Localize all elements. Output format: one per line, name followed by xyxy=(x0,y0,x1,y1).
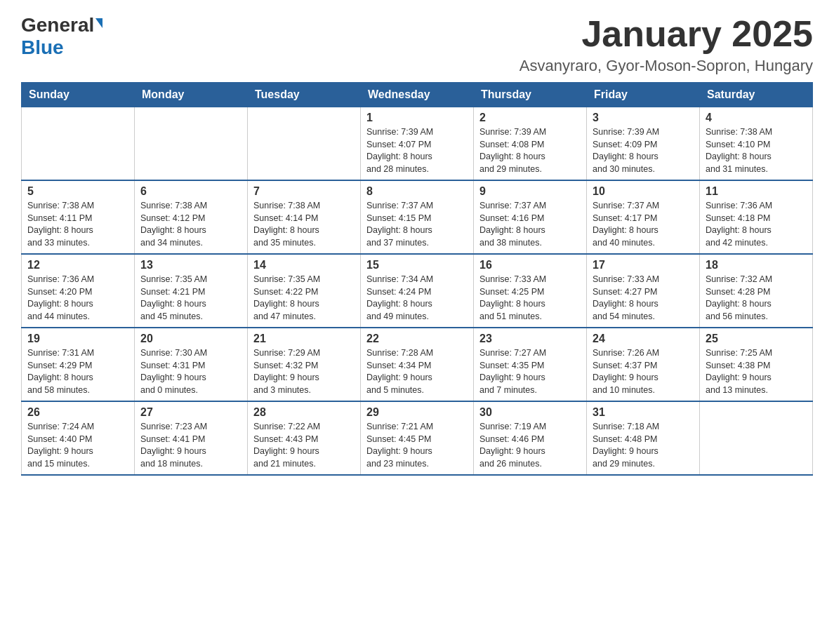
calendar-day-cell: 6Sunrise: 7:38 AMSunset: 4:12 PMDaylight… xyxy=(135,180,248,254)
day-number: 16 xyxy=(479,259,581,271)
day-info: Sunrise: 7:35 AMSunset: 4:22 PMDaylight:… xyxy=(253,274,355,323)
day-info: Sunrise: 7:33 AMSunset: 4:27 PMDaylight:… xyxy=(593,274,694,323)
day-info: Sunrise: 7:24 AMSunset: 4:40 PMDaylight:… xyxy=(27,421,128,470)
calendar-week-row: 1Sunrise: 7:39 AMSunset: 4:07 PMDaylight… xyxy=(22,107,813,181)
day-number: 24 xyxy=(593,333,694,345)
calendar-day-cell: 19Sunrise: 7:31 AMSunset: 4:29 PMDayligh… xyxy=(22,328,135,401)
location-subtitle: Asvanyraro, Gyor-Moson-Sopron, Hungary xyxy=(519,57,813,75)
day-info: Sunrise: 7:34 AMSunset: 4:24 PMDaylight:… xyxy=(366,274,468,323)
calendar-day-cell: 29Sunrise: 7:21 AMSunset: 4:45 PMDayligh… xyxy=(361,401,474,475)
day-number: 9 xyxy=(479,185,581,198)
calendar-day-cell xyxy=(700,401,813,475)
day-of-week-header: Wednesday xyxy=(361,83,474,107)
day-info: Sunrise: 7:35 AMSunset: 4:21 PMDaylight:… xyxy=(140,274,241,323)
calendar-day-cell: 17Sunrise: 7:33 AMSunset: 4:27 PMDayligh… xyxy=(587,254,700,328)
calendar-day-cell: 14Sunrise: 7:35 AMSunset: 4:22 PMDayligh… xyxy=(248,254,361,328)
day-info: Sunrise: 7:25 AMSunset: 4:38 PMDaylight:… xyxy=(706,347,807,396)
day-info: Sunrise: 7:19 AMSunset: 4:46 PMDaylight:… xyxy=(479,421,581,470)
day-number: 30 xyxy=(479,406,581,419)
day-info: Sunrise: 7:38 AMSunset: 4:11 PMDaylight:… xyxy=(27,200,128,249)
calendar-day-cell: 27Sunrise: 7:23 AMSunset: 4:41 PMDayligh… xyxy=(135,401,248,475)
day-number: 29 xyxy=(366,406,468,419)
day-number: 1 xyxy=(366,112,468,124)
calendar-day-cell xyxy=(135,107,248,181)
day-number: 6 xyxy=(140,185,241,198)
calendar-week-row: 26Sunrise: 7:24 AMSunset: 4:40 PMDayligh… xyxy=(22,401,813,475)
day-info: Sunrise: 7:37 AMSunset: 4:15 PMDaylight:… xyxy=(366,200,468,249)
day-info: Sunrise: 7:39 AMSunset: 4:08 PMDaylight:… xyxy=(479,126,581,175)
calendar-day-cell: 1Sunrise: 7:39 AMSunset: 4:07 PMDaylight… xyxy=(361,107,474,181)
day-number: 13 xyxy=(140,259,241,271)
day-number: 19 xyxy=(27,333,128,345)
day-info: Sunrise: 7:39 AMSunset: 4:07 PMDaylight:… xyxy=(366,126,468,175)
calendar-day-cell: 7Sunrise: 7:38 AMSunset: 4:14 PMDaylight… xyxy=(248,180,361,254)
day-number: 11 xyxy=(706,185,807,198)
day-of-week-header: Friday xyxy=(587,83,700,107)
day-number: 21 xyxy=(253,333,355,345)
calendar-week-row: 5Sunrise: 7:38 AMSunset: 4:11 PMDaylight… xyxy=(22,180,813,254)
calendar-week-row: 19Sunrise: 7:31 AMSunset: 4:29 PMDayligh… xyxy=(22,328,813,401)
day-info: Sunrise: 7:36 AMSunset: 4:18 PMDaylight:… xyxy=(706,200,807,249)
day-number: 31 xyxy=(593,406,694,419)
day-info: Sunrise: 7:23 AMSunset: 4:41 PMDaylight:… xyxy=(140,421,241,470)
calendar-day-cell: 18Sunrise: 7:32 AMSunset: 4:28 PMDayligh… xyxy=(700,254,813,328)
calendar-day-cell: 21Sunrise: 7:29 AMSunset: 4:32 PMDayligh… xyxy=(248,328,361,401)
day-number: 12 xyxy=(27,259,128,271)
calendar-day-cell: 20Sunrise: 7:30 AMSunset: 4:31 PMDayligh… xyxy=(135,328,248,401)
title-block: January 2025 Asvanyraro, Gyor-Moson-Sopr… xyxy=(519,14,813,75)
calendar-day-cell: 3Sunrise: 7:39 AMSunset: 4:09 PMDaylight… xyxy=(587,107,700,181)
day-info: Sunrise: 7:26 AMSunset: 4:37 PMDaylight:… xyxy=(593,347,694,396)
day-info: Sunrise: 7:37 AMSunset: 4:17 PMDaylight:… xyxy=(593,200,694,249)
calendar-day-cell: 28Sunrise: 7:22 AMSunset: 4:43 PMDayligh… xyxy=(248,401,361,475)
calendar-day-cell: 23Sunrise: 7:27 AMSunset: 4:35 PMDayligh… xyxy=(474,328,587,401)
day-number: 17 xyxy=(593,259,694,271)
calendar-header-row: SundayMondayTuesdayWednesdayThursdayFrid… xyxy=(22,83,813,107)
day-info: Sunrise: 7:36 AMSunset: 4:20 PMDaylight:… xyxy=(27,274,128,323)
day-info: Sunrise: 7:18 AMSunset: 4:48 PMDaylight:… xyxy=(593,421,694,470)
day-of-week-header: Monday xyxy=(135,83,248,107)
day-info: Sunrise: 7:31 AMSunset: 4:29 PMDaylight:… xyxy=(27,347,128,396)
day-number: 28 xyxy=(253,406,355,419)
day-number: 3 xyxy=(593,112,694,124)
day-number: 2 xyxy=(479,112,581,124)
day-number: 27 xyxy=(140,406,241,419)
day-of-week-header: Tuesday xyxy=(248,83,361,107)
calendar-day-cell: 25Sunrise: 7:25 AMSunset: 4:38 PMDayligh… xyxy=(700,328,813,401)
calendar-day-cell: 12Sunrise: 7:36 AMSunset: 4:20 PMDayligh… xyxy=(22,254,135,328)
calendar-week-row: 12Sunrise: 7:36 AMSunset: 4:20 PMDayligh… xyxy=(22,254,813,328)
calendar-day-cell: 15Sunrise: 7:34 AMSunset: 4:24 PMDayligh… xyxy=(361,254,474,328)
day-number: 23 xyxy=(479,333,581,345)
day-info: Sunrise: 7:27 AMSunset: 4:35 PMDaylight:… xyxy=(479,347,581,396)
day-number: 5 xyxy=(27,185,128,198)
day-info: Sunrise: 7:29 AMSunset: 4:32 PMDaylight:… xyxy=(253,347,355,396)
calendar-day-cell: 2Sunrise: 7:39 AMSunset: 4:08 PMDaylight… xyxy=(474,107,587,181)
calendar-day-cell: 13Sunrise: 7:35 AMSunset: 4:21 PMDayligh… xyxy=(135,254,248,328)
logo-triangle-icon xyxy=(95,18,102,28)
calendar-day-cell: 10Sunrise: 7:37 AMSunset: 4:17 PMDayligh… xyxy=(587,180,700,254)
calendar-table: SundayMondayTuesdayWednesdayThursdayFrid… xyxy=(21,82,813,476)
day-number: 8 xyxy=(366,185,468,198)
day-info: Sunrise: 7:30 AMSunset: 4:31 PMDaylight:… xyxy=(140,347,241,396)
day-number: 7 xyxy=(253,185,355,198)
day-info: Sunrise: 7:38 AMSunset: 4:12 PMDaylight:… xyxy=(140,200,241,249)
day-number: 26 xyxy=(27,406,128,419)
day-info: Sunrise: 7:38 AMSunset: 4:14 PMDaylight:… xyxy=(253,200,355,249)
day-number: 18 xyxy=(706,259,807,271)
calendar-day-cell: 9Sunrise: 7:37 AMSunset: 4:16 PMDaylight… xyxy=(474,180,587,254)
calendar-day-cell xyxy=(22,107,135,181)
logo-general-text: General xyxy=(21,14,94,36)
day-info: Sunrise: 7:39 AMSunset: 4:09 PMDaylight:… xyxy=(593,126,694,175)
calendar-day-cell: 11Sunrise: 7:36 AMSunset: 4:18 PMDayligh… xyxy=(700,180,813,254)
day-number: 4 xyxy=(706,112,807,124)
calendar-day-cell: 16Sunrise: 7:33 AMSunset: 4:25 PMDayligh… xyxy=(474,254,587,328)
calendar-day-cell: 31Sunrise: 7:18 AMSunset: 4:48 PMDayligh… xyxy=(587,401,700,475)
day-number: 15 xyxy=(366,259,468,271)
day-number: 25 xyxy=(706,333,807,345)
calendar-day-cell: 5Sunrise: 7:38 AMSunset: 4:11 PMDaylight… xyxy=(22,180,135,254)
day-info: Sunrise: 7:22 AMSunset: 4:43 PMDaylight:… xyxy=(253,421,355,470)
page-header: General Blue January 2025 Asvanyraro, Gy… xyxy=(21,14,813,75)
day-of-week-header: Saturday xyxy=(700,83,813,107)
day-number: 10 xyxy=(593,185,694,198)
day-of-week-header: Sunday xyxy=(22,83,135,107)
month-year-title: January 2025 xyxy=(519,14,813,54)
